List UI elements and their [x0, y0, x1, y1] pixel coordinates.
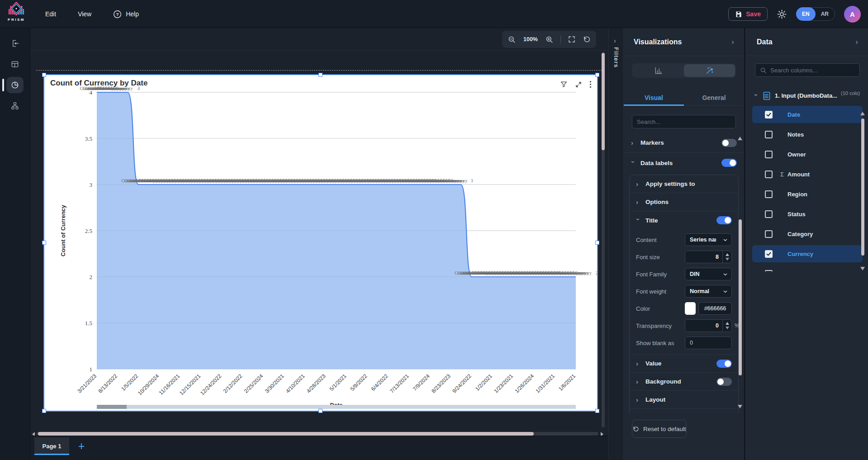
transparency-input[interactable]: % — [685, 319, 732, 332]
resize-handle-right[interactable] — [595, 241, 599, 245]
field-row-category[interactable]: Category — [752, 225, 863, 242]
data-search-input[interactable] — [770, 67, 855, 74]
value-toggle[interactable] — [716, 360, 732, 368]
show-blank-input[interactable] — [685, 337, 732, 349]
setting-background[interactable]: › Background — [630, 372, 738, 390]
resize-handle-bottom-left[interactable] — [42, 409, 46, 413]
zoom-out-icon[interactable] — [508, 35, 516, 44]
zoom-level[interactable]: 100% — [523, 36, 538, 43]
chevron-right-icon[interactable]: › — [636, 378, 640, 385]
lang-en[interactable]: EN — [796, 7, 816, 21]
checkbox-icon[interactable] — [765, 210, 773, 218]
filters-expand-chevron-icon[interactable]: › — [614, 37, 616, 44]
filters-collapsed-panel[interactable]: › Filters — [608, 28, 624, 460]
chevron-right-icon[interactable]: › — [636, 396, 640, 403]
field-row-notes[interactable]: Notes — [752, 126, 863, 143]
viz-scroll-down-arrow[interactable] — [738, 405, 742, 408]
content-select[interactable]: Series name — [685, 233, 732, 246]
stepper[interactable] — [722, 320, 731, 332]
layout-table-icon[interactable] — [6, 56, 24, 72]
setting-value[interactable]: › Value — [630, 354, 738, 372]
add-page-button[interactable]: + — [75, 440, 88, 452]
avatar[interactable]: A — [844, 6, 861, 23]
reset-to-default-button[interactable]: Reset to default — [632, 420, 687, 438]
reset-view-icon[interactable] — [583, 35, 591, 43]
canvas-hscrollbar-thumb[interactable] — [38, 432, 534, 436]
step-up-icon[interactable] — [726, 322, 729, 325]
setting-apply-settings-to[interactable]: › Apply settings to — [630, 175, 738, 193]
field-row-region[interactable]: Region — [752, 185, 863, 203]
chevron-down-icon[interactable]: › — [753, 94, 760, 99]
step-up-icon[interactable] — [726, 253, 729, 256]
viz-search-input[interactable] — [637, 119, 731, 125]
chevron-right-icon[interactable]: › — [636, 360, 640, 367]
chevron-right-icon[interactable]: › — [636, 198, 640, 206]
font-weight-select[interactable]: Normal — [685, 285, 732, 298]
field-row-status[interactable]: Status — [752, 205, 863, 223]
resize-handle-top[interactable] — [318, 73, 323, 77]
checkbox-icon[interactable] — [765, 131, 773, 138]
background-toggle[interactable] — [716, 378, 732, 386]
expand-icon[interactable] — [575, 81, 582, 88]
kebab-menu-icon[interactable] — [589, 81, 592, 88]
checkbox-checked-icon[interactable] — [765, 111, 773, 119]
checkbox-icon[interactable] — [765, 230, 773, 238]
checkbox-icon[interactable] — [765, 190, 773, 198]
chevron-down-icon[interactable]: › — [630, 161, 637, 165]
theme-toggle-sun-icon[interactable] — [777, 9, 787, 19]
lang-ar[interactable]: AR — [815, 11, 835, 17]
checkbox-icon[interactable] — [765, 151, 773, 158]
tab-general[interactable]: General — [684, 91, 744, 105]
color-hex-input[interactable] — [698, 302, 732, 315]
font-size-input[interactable] — [685, 251, 732, 263]
collapse-chevron-icon[interactable]: › — [731, 38, 734, 47]
chevron-right-icon[interactable]: › — [636, 180, 640, 188]
chart-type-smart[interactable] — [684, 64, 735, 77]
save-button[interactable]: Save — [728, 7, 768, 21]
collapse-panel-icon[interactable] — [6, 35, 24, 52]
title-toggle[interactable] — [716, 216, 732, 224]
resize-handle-bottom-right[interactable] — [595, 409, 599, 413]
page-tab[interactable]: Page 1 — [34, 437, 69, 455]
step-down-icon[interactable] — [726, 258, 729, 261]
chart-type-standard[interactable] — [633, 64, 684, 77]
color-swatch[interactable] — [685, 302, 696, 315]
field-row-currency[interactable]: Currency — [752, 245, 863, 262]
field-row-partial[interactable] — [752, 265, 863, 271]
dataset-tree-item[interactable]: › 1. Input (DumboData.... (10 cols) — [747, 89, 868, 103]
zoom-in-icon[interactable] — [545, 35, 554, 44]
canvas-vscrollbar-thumb[interactable] — [602, 53, 605, 150]
chart-widget[interactable]: 43.532.521.51Count of CurrencyCount of C… — [44, 75, 597, 411]
resize-handle-bottom[interactable] — [318, 409, 323, 413]
menu-view[interactable]: View — [78, 10, 91, 18]
color-hex-value[interactable] — [699, 303, 731, 314]
field-row-owner[interactable]: Owner — [752, 146, 863, 163]
data-scroll-up-arrow[interactable] — [860, 112, 865, 115]
chevron-down-icon[interactable]: › — [635, 218, 642, 223]
step-down-icon[interactable] — [726, 327, 729, 329]
checkbox-icon[interactable] — [765, 270, 773, 272]
viz-scroll-up-arrow[interactable] — [738, 137, 742, 140]
fit-screen-icon[interactable] — [568, 35, 576, 43]
resize-handle-top-left[interactable] — [42, 73, 46, 77]
data-labels-toggle[interactable] — [721, 159, 737, 167]
setting-data-labels[interactable]: › Data labels — [624, 153, 744, 173]
checkbox-checked-icon[interactable] — [765, 250, 773, 258]
hierarchy-icon[interactable] — [6, 98, 24, 114]
setting-layout[interactable]: › Layout — [630, 390, 738, 408]
resize-handle-top-right[interactable] — [595, 73, 599, 77]
data-scrollbar-thumb[interactable] — [861, 119, 864, 256]
chevron-right-icon[interactable]: › — [631, 139, 636, 147]
viz-scrollbar-thumb[interactable] — [739, 219, 742, 375]
setting-options[interactable]: › Options — [630, 193, 738, 211]
markers-toggle[interactable] — [721, 139, 737, 147]
stepper[interactable] — [722, 251, 731, 263]
setting-partial[interactable]: › — [630, 408, 738, 413]
field-row-amount[interactable]: ΣAmount — [752, 166, 863, 183]
collapse-chevron-icon[interactable]: › — [855, 38, 858, 47]
font-family-select[interactable]: DIN — [685, 268, 732, 280]
setting-markers[interactable]: › Markers — [624, 133, 744, 153]
setting-title[interactable]: › Title — [630, 211, 738, 229]
menu-edit[interactable]: Edit — [45, 10, 56, 18]
filter-funnel-icon[interactable] — [560, 81, 568, 88]
